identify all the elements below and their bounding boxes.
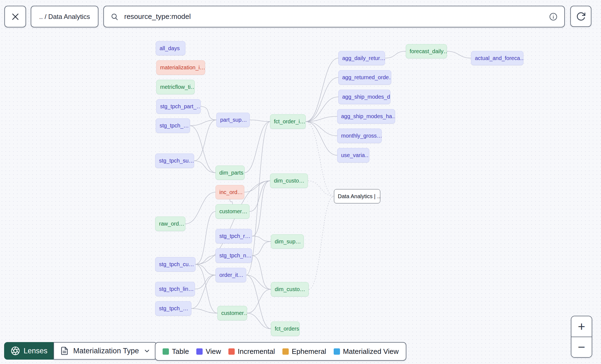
legend-item-ephemeral: Ephemeral [282,347,326,356]
legend-item-table: Table [163,347,189,356]
graph-node-stg_tpch_part[interactable]: stg_tpch_part_… [156,99,201,114]
graph-node-project_node[interactable]: Data Analytics | … [334,189,380,203]
graph-node-monthly_gross[interactable]: monthly_gross… [337,129,382,143]
legend-label: Table [172,347,189,356]
close-icon [11,12,20,21]
graph-node-stg_tpch_b[interactable]: stg_tpch_… [155,301,191,316]
legend-swatch [163,348,169,355]
breadcrumb-label: .. / Data Analytics [39,13,90,21]
legend-label: Incremental [238,347,275,356]
graph-node-stg_tpch_cu[interactable]: stg_tpch_cu… [155,257,195,272]
graph-node-agg_daily_retur[interactable]: agg_daily_retur… [338,51,385,65]
graph-node-agg_ship_modes_ha[interactable]: agg_ship_modes_ha… [337,109,395,124]
graph-node-metricflow_ti[interactable]: metricflow_ti… [156,80,195,94]
breadcrumb[interactable]: .. / Data Analytics [31,6,98,27]
lenses-control[interactable]: Lenses Materialization Type [4,342,157,360]
zoom-out-button[interactable]: − [571,337,592,357]
legend-item-incremental: Incremental [228,347,275,356]
search-icon [110,13,119,21]
lens-selector[interactable]: Materialization Type [53,342,157,360]
legend-swatch [228,348,235,355]
legend-item-materialized-view: Materialized View [334,347,399,356]
graph-node-agg_returned_orde[interactable]: agg_returned_orde… [338,70,391,85]
legend-item-view: View [196,347,221,356]
graph-node-dim_custo_a[interactable]: dim_custo… [270,174,308,188]
refresh-button[interactable] [570,6,591,27]
refresh-icon [576,12,586,21]
lens-selected-label: Materialization Type [73,347,139,355]
graph-node-use_varia[interactable]: use_varia… [337,148,369,163]
graph-node-order_it[interactable]: order_it… [216,268,246,282]
graph-node-actual_and_foreca[interactable]: actual_and_foreca… [471,51,523,65]
lenses-button[interactable]: Lenses [4,342,54,360]
graph-node-dim_custo_b[interactable]: dim_custo… [271,282,309,297]
graph-node-all_days[interactable]: all_days [156,41,185,55]
graph-node-customer_a[interactable]: customer… [216,204,250,219]
legend-label: Materialized View [343,347,399,356]
graph-node-fct_orders[interactable]: fct_orders [271,322,300,336]
graph-node-materialization_i[interactable]: materialization_i… [156,60,205,75]
graph-node-inc_ord[interactable]: inc_ord… [216,185,244,199]
graph-node-dim_parts[interactable]: dim_parts [216,166,245,180]
chevron-down-icon [143,347,151,354]
graph-node-stg_tpch_a[interactable]: stg_tpch_… [156,118,190,133]
legend-swatch [282,348,289,355]
lenses-label: Lenses [24,347,47,355]
graph-node-raw_ord[interactable]: raw_ord… [155,217,185,231]
lineage-canvas[interactable]: all_daysmaterialization_i…metricflow_ti…… [0,0,601,364]
legend-label: Ephemeral [292,347,326,356]
graph-node-stg_tpch_su[interactable]: stg_tpch_su… [155,153,194,168]
search-input[interactable] [124,12,544,21]
materialization-legend: TableViewIncrementalEphemeralMaterialize… [155,342,406,361]
search-bar[interactable] [103,6,565,27]
document-icon [60,346,69,355]
graph-node-stg_tpch_r[interactable]: stg_tpch_r… [216,229,252,243]
legend-swatch [334,348,340,355]
zoom-in-button[interactable]: + [571,316,592,337]
zoom-controls[interactable]: + − [571,316,592,358]
graph-node-agg_ship_modes_d[interactable]: agg_ship_modes_d… [338,90,390,104]
legend-swatch [196,348,203,355]
graph-node-part_sup[interactable]: part_sup… [216,113,250,127]
aperture-icon [11,346,20,356]
graph-node-customer_b[interactable]: customer… [217,306,247,320]
graph-node-fct_order_i[interactable]: fct_order_i… [270,114,306,129]
graph-node-dim_sup[interactable]: dim_sup… [271,234,304,249]
graph-node-stg_tpch_n[interactable]: stg_tpch_n… [216,248,252,263]
close-button[interactable] [4,6,26,27]
graph-node-forecast_daily[interactable]: forecast_daily… [406,44,447,58]
graph-node-stg_tpch_lin[interactable]: stg_tpch_lin… [155,282,195,296]
info-icon[interactable] [549,12,558,21]
legend-label: View [206,347,221,356]
